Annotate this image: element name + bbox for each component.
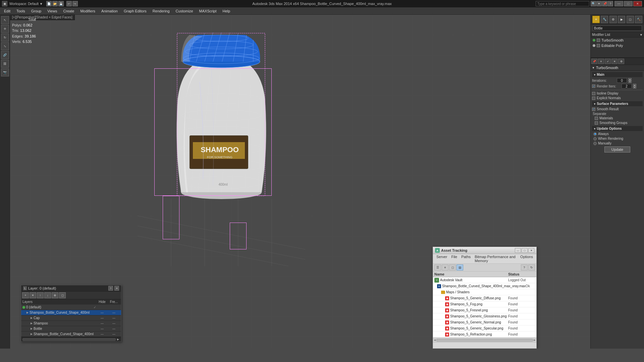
motion-icon[interactable]: ▶ (618, 16, 625, 23)
modify-icon[interactable]: 🔧 (601, 16, 608, 23)
select-tool[interactable]: ↖ (1, 16, 9, 24)
asset-row-refraction[interactable]: ▣ Shampoo_5_Refraction.png Found (433, 331, 536, 338)
when-rendering-radio[interactable] (593, 137, 597, 140)
highlight-icon[interactable]: ✦ (596, 1, 602, 6)
menu-rendering[interactable]: Rendering (150, 8, 172, 14)
menu-customize[interactable]: Customize (173, 8, 196, 14)
layer-scroll-right-btn[interactable]: ▶ (117, 338, 121, 341)
iterations-up[interactable]: ▲ (628, 78, 632, 80)
layer-move-up-btn[interactable]: ↑ (37, 292, 44, 298)
viewport[interactable]: [+][Perspective][Shaded + Edged Faces] T… (10, 15, 590, 349)
iterations-value[interactable]: 0 (617, 78, 627, 83)
display-icon[interactable]: ☀ (592, 16, 600, 23)
menu-maxscript[interactable]: MAXScript (197, 8, 219, 14)
asset-scrollbar[interactable]: ◀ ▶ (433, 338, 536, 342)
render-iters-checkbox[interactable] (592, 84, 595, 88)
asset-close-btn[interactable]: ✕ (528, 248, 534, 253)
turbosmooth-check[interactable] (597, 39, 600, 42)
undo-btn[interactable]: ↩ (66, 1, 72, 6)
asset-menu-server[interactable]: Server (434, 254, 449, 263)
unlink-tool[interactable]: ⛓ (1, 60, 9, 68)
asset-scroll-track[interactable] (436, 339, 533, 342)
asset-menu-file[interactable]: File (449, 254, 459, 263)
layer-select-btn[interactable]: ◻ (59, 292, 66, 298)
asset-row-fog[interactable]: ▣ Shampoo_5_Fog.png Found (433, 301, 536, 307)
update-button[interactable]: Update (604, 146, 630, 153)
asset-row-fresnel[interactable]: ▣ Shampoo_5_Fresnel.png Found (433, 307, 536, 313)
object-name-field[interactable] (591, 24, 644, 32)
pin-icon[interactable]: 📌 (602, 1, 607, 6)
search-input[interactable] (536, 1, 589, 6)
asset-tb-btn3[interactable]: ◻ (449, 264, 456, 270)
iterations-spinner[interactable]: ▲ ▼ (628, 78, 632, 83)
close-btn[interactable]: ✕ (633, 1, 642, 6)
radio-when-rendering[interactable]: When Rendering (593, 137, 643, 140)
layer-scrollbar[interactable]: ▶ (21, 337, 121, 342)
modifier-editable-poly[interactable]: Editable Poly (591, 43, 644, 48)
new-file-btn[interactable]: 📄 (46, 1, 52, 6)
delete-stack-btn[interactable]: ✕ (611, 59, 618, 64)
show-stack-btn[interactable]: ≡ (598, 59, 604, 64)
asset-row-maps[interactable]: Maps / Shaders (433, 289, 536, 295)
layer-close-btn[interactable]: ✕ (114, 286, 119, 291)
layer-scrollbar-track[interactable] (22, 338, 116, 341)
menu-graph-editors[interactable]: Graph Editors (121, 8, 149, 14)
asset-restore-btn[interactable]: □ (522, 248, 528, 253)
link-tool[interactable]: 🔗 (1, 51, 9, 59)
layer-row-shampoo-bottle2[interactable]: ▶ Shampoo_Bottle_Curved_Shape_400ml — — (21, 331, 121, 337)
always-radio[interactable] (593, 132, 597, 136)
render-iters-up[interactable]: ▲ (633, 84, 636, 86)
minimize-btn[interactable]: — (614, 1, 623, 6)
explicit-normals-checkbox[interactable] (592, 97, 595, 100)
iterations-down[interactable]: ▼ (628, 80, 632, 83)
smooth-result-checkbox[interactable] (592, 108, 595, 111)
asset-row-maxfile[interactable]: M Shampoo_Bottle_Curved_Shape_400ml_max_… (433, 283, 536, 289)
layer-row-shampoo-bottle[interactable]: ▶ Shampoo_Bottle_Curved_Shape_400ml — — (21, 310, 121, 315)
render-iters-value[interactable]: 2 (622, 84, 632, 88)
render-iters-down[interactable]: ▼ (633, 86, 636, 88)
open-file-btn[interactable]: 📂 (52, 1, 58, 6)
menu-create[interactable]: Create (60, 8, 77, 14)
asset-row-vault[interactable]: V Autodesk Vault Logged Out (433, 277, 536, 283)
layer-row-default[interactable]: 0 (default) ✓ (21, 305, 121, 310)
layer-row-cap[interactable]: ▶ Cap — — (21, 315, 121, 321)
asset-tb-btn4[interactable]: ▤ (457, 264, 463, 270)
materials-checkbox[interactable] (595, 117, 598, 120)
asset-row-specular[interactable]: ▣ Shampoo_5_Generic_Specular.png Found (433, 325, 536, 331)
asset-scroll-right-btn[interactable]: ▶ (533, 339, 536, 342)
asset-row-normal[interactable]: ▣ Shampoo_5_Generic_Normal.png Found (433, 319, 536, 325)
asset-menu-options[interactable]: Options (518, 254, 535, 263)
display2-icon[interactable]: ◻ (627, 16, 634, 23)
layer-row-bottle[interactable]: ▶ Bottle — — (21, 326, 121, 331)
asset-menu-bitmap[interactable]: Bitmap Performance and Memory (473, 254, 518, 263)
menu-edit[interactable]: Edit (1, 8, 13, 14)
layer-row-shampoo[interactable]: ▶ Shampoo — — (21, 321, 121, 326)
asset-row-glossiness[interactable]: ▣ Shampoo_5_Generic_Glossiness.png Found (433, 313, 536, 319)
search-icon[interactable]: 🔍 (591, 1, 596, 6)
ts-main-section[interactable]: ▼ Main (592, 72, 643, 77)
menu-modifiers[interactable]: Modifiers (77, 8, 98, 14)
enable-stack-btn[interactable]: ✓ (605, 59, 611, 64)
radio-always[interactable]: Always (593, 132, 643, 136)
utilities-icon[interactable]: 🔨 (635, 16, 642, 23)
maximize-btn[interactable]: □ (624, 1, 633, 6)
pin-stack-btn[interactable]: 📌 (591, 59, 597, 64)
redo-btn[interactable]: ↪ (72, 1, 78, 6)
config-stack-btn[interactable]: ⚙ (618, 59, 624, 64)
menu-help[interactable]: Help (220, 8, 233, 14)
menu-tools[interactable]: Tools (14, 8, 28, 14)
help-icon[interactable]: ? (608, 1, 613, 6)
asset-tb-btn1[interactable]: ☰ (434, 264, 441, 270)
layer-move-down-btn[interactable]: ↓ (44, 292, 51, 298)
editablepoly-check[interactable] (597, 44, 600, 47)
asset-scroll-left-btn[interactable]: ◀ (433, 339, 436, 342)
layer-new-btn[interactable]: + (22, 292, 29, 298)
rotate-tool[interactable]: ↻ (1, 34, 9, 42)
save-file-btn[interactable]: 💾 (58, 1, 64, 6)
manually-radio[interactable] (593, 142, 597, 145)
hierarchy-icon[interactable]: ⚙ (609, 16, 617, 23)
modifier-turbosmooth[interactable]: TurboSmooth (591, 38, 644, 43)
camera-tool[interactable]: 📷 (1, 68, 9, 76)
ts-surface-params-section[interactable]: ▼ Surface Parameters (592, 101, 643, 106)
isoline-checkbox[interactable] (592, 92, 595, 95)
